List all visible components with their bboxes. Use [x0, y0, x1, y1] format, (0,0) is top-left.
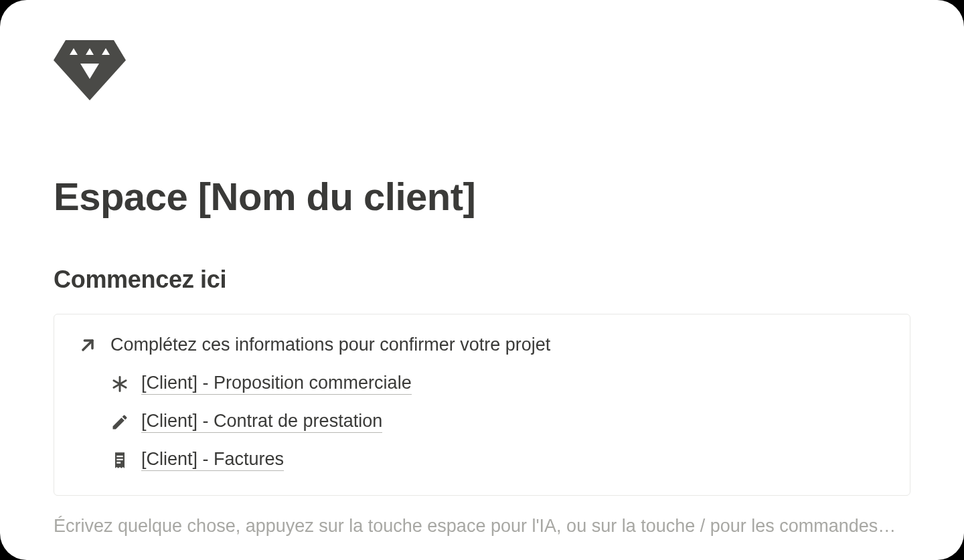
- section-heading: Commencez ici: [54, 266, 910, 294]
- link-item-proposition[interactable]: [Client] - Proposition commerciale: [110, 373, 886, 395]
- page-icon: [54, 40, 910, 100]
- callout-prompt-text: Complétez ces informations pour confirme…: [110, 335, 550, 355]
- callout-header: Complétez ces informations pour confirme…: [78, 335, 886, 355]
- pencil-icon: [110, 413, 129, 432]
- link-label[interactable]: [Client] - Proposition commerciale: [141, 373, 412, 395]
- arrow-up-right-icon: [78, 336, 97, 355]
- page-title[interactable]: Espace [Nom du client]: [54, 174, 910, 219]
- link-item-contrat[interactable]: [Client] - Contrat de prestation: [110, 411, 886, 433]
- diamond-icon: [54, 40, 910, 100]
- page-container: Espace [Nom du client] Commencez ici Com…: [0, 0, 964, 560]
- link-label[interactable]: [Client] - Factures: [141, 449, 284, 471]
- link-label[interactable]: [Client] - Contrat de prestation: [141, 411, 382, 433]
- svg-line-4: [83, 341, 92, 350]
- callout-box: Complétez ces informations pour confirme…: [54, 314, 910, 496]
- editor-placeholder[interactable]: Écrivez quelque chose, appuyez sur la to…: [54, 516, 910, 537]
- link-item-factures[interactable]: [Client] - Factures: [110, 449, 886, 471]
- receipt-icon: [110, 451, 129, 470]
- link-list: [Client] - Proposition commerciale [Clie…: [78, 373, 886, 471]
- asterisk-icon: [110, 375, 129, 393]
